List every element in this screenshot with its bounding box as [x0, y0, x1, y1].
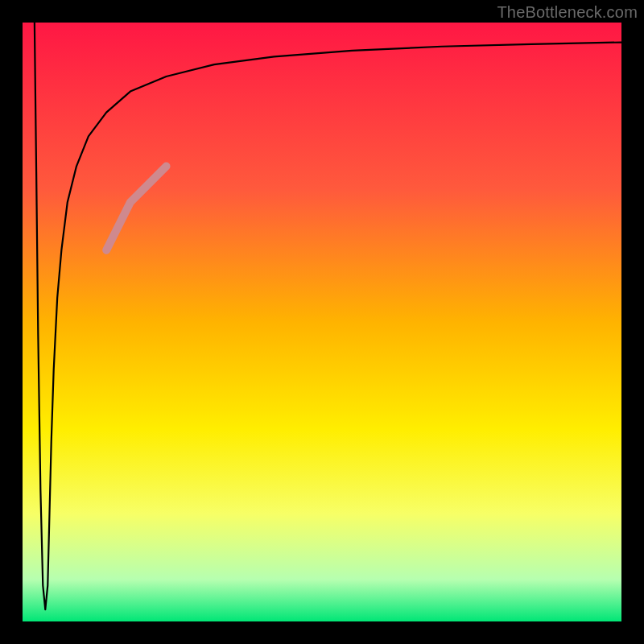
chart-frame: TheBottleneck.com [0, 0, 644, 644]
watermark-text: TheBottleneck.com [497, 3, 638, 22]
plot-area [23, 23, 621, 621]
chart-canvas [23, 23, 621, 621]
gradient-background [23, 23, 621, 621]
